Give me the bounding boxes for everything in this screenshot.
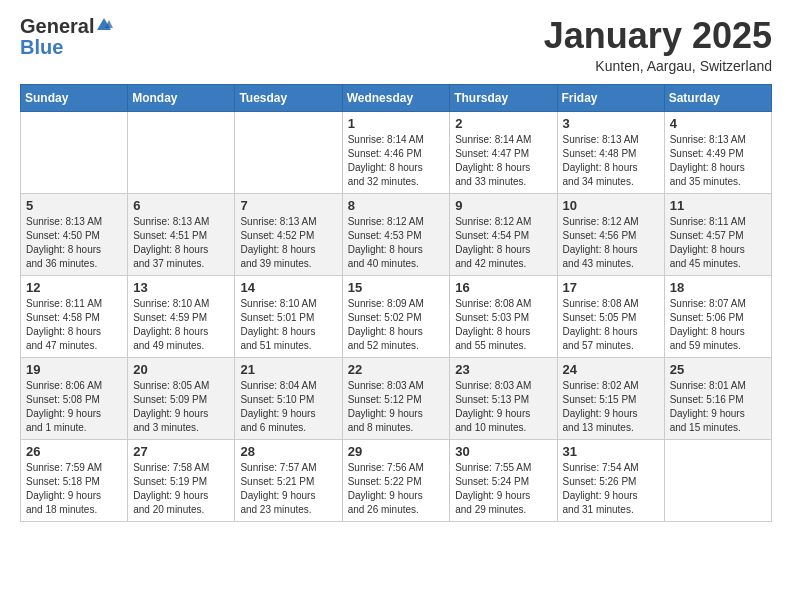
day-number: 22 (348, 362, 445, 377)
day-info: Sunrise: 8:13 AMSunset: 4:48 PMDaylight:… (563, 133, 659, 189)
logo: General Blue (20, 16, 113, 59)
day-number: 17 (563, 280, 659, 295)
logo-general-text: General (20, 16, 94, 36)
col-friday: Friday (557, 84, 664, 111)
table-row: 26Sunrise: 7:59 AMSunset: 5:18 PMDayligh… (21, 439, 128, 521)
calendar-header-row: Sunday Monday Tuesday Wednesday Thursday… (21, 84, 772, 111)
calendar-week-row: 12Sunrise: 8:11 AMSunset: 4:58 PMDayligh… (21, 275, 772, 357)
day-info: Sunrise: 8:03 AMSunset: 5:12 PMDaylight:… (348, 379, 445, 435)
table-row: 19Sunrise: 8:06 AMSunset: 5:08 PMDayligh… (21, 357, 128, 439)
day-info: Sunrise: 8:07 AMSunset: 5:06 PMDaylight:… (670, 297, 766, 353)
logo-icon (95, 16, 113, 34)
day-info: Sunrise: 7:57 AMSunset: 5:21 PMDaylight:… (240, 461, 336, 517)
table-row: 31Sunrise: 7:54 AMSunset: 5:26 PMDayligh… (557, 439, 664, 521)
day-number: 13 (133, 280, 229, 295)
day-info: Sunrise: 8:11 AMSunset: 4:57 PMDaylight:… (670, 215, 766, 271)
logo-blue-text: Blue (20, 36, 63, 59)
table-row: 28Sunrise: 7:57 AMSunset: 5:21 PMDayligh… (235, 439, 342, 521)
day-info: Sunrise: 7:58 AMSunset: 5:19 PMDaylight:… (133, 461, 229, 517)
day-number: 21 (240, 362, 336, 377)
day-number: 6 (133, 198, 229, 213)
col-wednesday: Wednesday (342, 84, 450, 111)
table-row: 9Sunrise: 8:12 AMSunset: 4:54 PMDaylight… (450, 193, 557, 275)
day-number: 9 (455, 198, 551, 213)
page: General Blue January 2025 Kunten, Aargau… (0, 0, 792, 612)
day-info: Sunrise: 8:13 AMSunset: 4:52 PMDaylight:… (240, 215, 336, 271)
day-info: Sunrise: 8:03 AMSunset: 5:13 PMDaylight:… (455, 379, 551, 435)
table-row (128, 111, 235, 193)
day-info: Sunrise: 7:56 AMSunset: 5:22 PMDaylight:… (348, 461, 445, 517)
day-info: Sunrise: 8:09 AMSunset: 5:02 PMDaylight:… (348, 297, 445, 353)
col-sunday: Sunday (21, 84, 128, 111)
day-number: 15 (348, 280, 445, 295)
table-row: 20Sunrise: 8:05 AMSunset: 5:09 PMDayligh… (128, 357, 235, 439)
table-row: 27Sunrise: 7:58 AMSunset: 5:19 PMDayligh… (128, 439, 235, 521)
table-row: 17Sunrise: 8:08 AMSunset: 5:05 PMDayligh… (557, 275, 664, 357)
table-row (664, 439, 771, 521)
day-info: Sunrise: 8:12 AMSunset: 4:56 PMDaylight:… (563, 215, 659, 271)
calendar-week-row: 5Sunrise: 8:13 AMSunset: 4:50 PMDaylight… (21, 193, 772, 275)
table-row: 11Sunrise: 8:11 AMSunset: 4:57 PMDayligh… (664, 193, 771, 275)
day-number: 26 (26, 444, 122, 459)
day-info: Sunrise: 8:05 AMSunset: 5:09 PMDaylight:… (133, 379, 229, 435)
day-number: 2 (455, 116, 551, 131)
table-row: 4Sunrise: 8:13 AMSunset: 4:49 PMDaylight… (664, 111, 771, 193)
day-info: Sunrise: 8:14 AMSunset: 4:47 PMDaylight:… (455, 133, 551, 189)
day-number: 31 (563, 444, 659, 459)
table-row: 23Sunrise: 8:03 AMSunset: 5:13 PMDayligh… (450, 357, 557, 439)
day-number: 4 (670, 116, 766, 131)
day-info: Sunrise: 8:14 AMSunset: 4:46 PMDaylight:… (348, 133, 445, 189)
day-number: 29 (348, 444, 445, 459)
day-info: Sunrise: 8:10 AMSunset: 4:59 PMDaylight:… (133, 297, 229, 353)
table-row (235, 111, 342, 193)
day-info: Sunrise: 8:04 AMSunset: 5:10 PMDaylight:… (240, 379, 336, 435)
day-number: 16 (455, 280, 551, 295)
col-tuesday: Tuesday (235, 84, 342, 111)
month-title: January 2025 (544, 16, 772, 56)
day-number: 30 (455, 444, 551, 459)
day-info: Sunrise: 8:13 AMSunset: 4:49 PMDaylight:… (670, 133, 766, 189)
table-row: 12Sunrise: 8:11 AMSunset: 4:58 PMDayligh… (21, 275, 128, 357)
table-row: 30Sunrise: 7:55 AMSunset: 5:24 PMDayligh… (450, 439, 557, 521)
location: Kunten, Aargau, Switzerland (544, 58, 772, 74)
col-thursday: Thursday (450, 84, 557, 111)
table-row: 15Sunrise: 8:09 AMSunset: 5:02 PMDayligh… (342, 275, 450, 357)
table-row: 13Sunrise: 8:10 AMSunset: 4:59 PMDayligh… (128, 275, 235, 357)
table-row: 29Sunrise: 7:56 AMSunset: 5:22 PMDayligh… (342, 439, 450, 521)
day-number: 7 (240, 198, 336, 213)
title-block: January 2025 Kunten, Aargau, Switzerland (544, 16, 772, 74)
day-number: 14 (240, 280, 336, 295)
day-info: Sunrise: 8:08 AMSunset: 5:05 PMDaylight:… (563, 297, 659, 353)
day-number: 11 (670, 198, 766, 213)
table-row: 16Sunrise: 8:08 AMSunset: 5:03 PMDayligh… (450, 275, 557, 357)
day-info: Sunrise: 8:12 AMSunset: 4:54 PMDaylight:… (455, 215, 551, 271)
table-row: 18Sunrise: 8:07 AMSunset: 5:06 PMDayligh… (664, 275, 771, 357)
day-number: 28 (240, 444, 336, 459)
table-row: 2Sunrise: 8:14 AMSunset: 4:47 PMDaylight… (450, 111, 557, 193)
day-info: Sunrise: 8:13 AMSunset: 4:51 PMDaylight:… (133, 215, 229, 271)
day-info: Sunrise: 8:10 AMSunset: 5:01 PMDaylight:… (240, 297, 336, 353)
day-number: 23 (455, 362, 551, 377)
day-info: Sunrise: 8:02 AMSunset: 5:15 PMDaylight:… (563, 379, 659, 435)
table-row: 6Sunrise: 8:13 AMSunset: 4:51 PMDaylight… (128, 193, 235, 275)
calendar-week-row: 19Sunrise: 8:06 AMSunset: 5:08 PMDayligh… (21, 357, 772, 439)
table-row: 21Sunrise: 8:04 AMSunset: 5:10 PMDayligh… (235, 357, 342, 439)
day-info: Sunrise: 7:59 AMSunset: 5:18 PMDaylight:… (26, 461, 122, 517)
table-row: 22Sunrise: 8:03 AMSunset: 5:12 PMDayligh… (342, 357, 450, 439)
table-row: 1Sunrise: 8:14 AMSunset: 4:46 PMDaylight… (342, 111, 450, 193)
col-saturday: Saturday (664, 84, 771, 111)
day-info: Sunrise: 7:54 AMSunset: 5:26 PMDaylight:… (563, 461, 659, 517)
day-number: 8 (348, 198, 445, 213)
day-info: Sunrise: 8:13 AMSunset: 4:50 PMDaylight:… (26, 215, 122, 271)
day-info: Sunrise: 8:06 AMSunset: 5:08 PMDaylight:… (26, 379, 122, 435)
calendar: Sunday Monday Tuesday Wednesday Thursday… (20, 84, 772, 522)
table-row (21, 111, 128, 193)
header: General Blue January 2025 Kunten, Aargau… (20, 16, 772, 74)
day-number: 12 (26, 280, 122, 295)
day-info: Sunrise: 8:12 AMSunset: 4:53 PMDaylight:… (348, 215, 445, 271)
table-row: 24Sunrise: 8:02 AMSunset: 5:15 PMDayligh… (557, 357, 664, 439)
day-number: 27 (133, 444, 229, 459)
table-row: 5Sunrise: 8:13 AMSunset: 4:50 PMDaylight… (21, 193, 128, 275)
day-info: Sunrise: 8:01 AMSunset: 5:16 PMDaylight:… (670, 379, 766, 435)
table-row: 25Sunrise: 8:01 AMSunset: 5:16 PMDayligh… (664, 357, 771, 439)
